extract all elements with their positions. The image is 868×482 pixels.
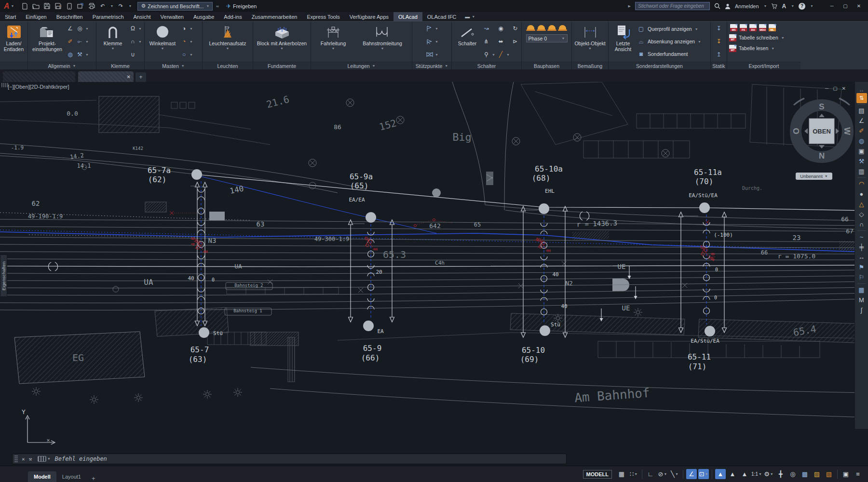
maximize-button[interactable]: ▢ [839,1,852,11]
minimize-button[interactable]: ─ [826,1,838,11]
status-menu-icon[interactable]: ≡ [853,469,863,479]
statik-zug-icon[interactable]: ↧ [715,25,723,32]
undo-icon[interactable]: ↶ [99,2,107,10]
print-icon[interactable] [88,2,95,10]
new-file-icon[interactable] [21,2,29,10]
objekt-objekt-button[interactable]: Objekt-Objekt ▼ [574,23,606,50]
panel-label-bauphasen[interactable]: Bauphasen [522,62,571,69]
phase-helmet-1-icon[interactable] [527,25,534,30]
named-view-dropdown[interactable]: Unbenannt▼ [796,173,832,180]
new-drawing-tab-button[interactable]: + [136,72,146,82]
tab-add-ins[interactable]: Add-ins [219,12,246,21]
status-grid-icon[interactable]: ▦ [616,469,627,479]
tab-olacad-ifc[interactable]: OLAcad IFC [422,12,461,21]
signin-chevron-icon[interactable]: ▼ [764,4,767,8]
right-toolbar-gitter-icon[interactable]: ▦ [856,285,867,295]
save-icon[interactable] [43,2,51,10]
status-annot-vis-icon[interactable]: ▲ [715,469,726,479]
right-toolbar-laden-icon[interactable]: ⇅ [856,93,867,103]
autocad-logo-icon[interactable]: A [4,2,10,11]
close-button[interactable]: ✕ [853,1,865,11]
tab-ausgabe[interactable]: Ausgabe [189,12,219,21]
status-isodraft-icon[interactable]: ╲▼ [669,469,680,479]
command-line[interactable]: ✕ ⚒ ▼ Befehl eingeben [12,454,567,464]
kreis-objekt-icon[interactable]: ◎ [76,25,84,32]
right-toolbar-gleis-icon[interactable]: ╪ [856,242,867,252]
statik-last-icon[interactable]: ↧ [715,38,723,45]
sonder-row-2[interactable]: ⌓Absenkung anzeigen▼ [637,37,701,46]
cmd-close-icon[interactable]: ✕ [22,456,25,462]
drawing-tab-inactive[interactable] [3,71,75,82]
fahrleitung-button[interactable]: Fahrleitung ▼ [316,23,350,50]
messlinie-icon[interactable]: ∠ [66,25,74,32]
tab-beschriften[interactable]: Beschriften [52,12,88,21]
panel-label-masten[interactable]: Masten▼ [145,62,202,69]
tab-olacad[interactable]: OLAcad [393,12,422,21]
status-crosshair-icon[interactable]: ╋ [775,469,786,479]
stuetzpunkt-fahne1-icon[interactable] [425,25,434,32]
cad-drawing[interactable]: 21.686152Big0.0-1.914.214.1K1426249-190-… [0,82,868,466]
right-toolbar-werkzeug-icon[interactable]: ⚒ [856,156,867,166]
phase-select[interactable]: Phase 0▼ [526,34,568,42]
plot-mobile-icon[interactable] [66,2,73,10]
right-toolbar-pinsel-icon[interactable]: ✐ [856,126,867,136]
save-as-icon[interactable] [54,2,62,10]
ribbon-display-toggle[interactable]: ▬▼ [461,12,479,21]
right-toolbar-grip-handle[interactable]: ⣀ [856,83,867,93]
viewcube[interactable]: OBEN S W N O [785,94,858,168]
right-toolbar-kette-icon[interactable]: ∫ [856,305,867,315]
share-button[interactable]: ✈ Freigeben [226,3,257,10]
redo-icon[interactable]: ↷ [117,2,124,10]
right-toolbar-klemme-icon[interactable]: ∩ [856,219,867,229]
right-toolbar-drucker-icon[interactable]: ▥ [856,166,867,176]
stuetzpunkt-fahne2-icon[interactable] [425,38,434,45]
help-icon[interactable]: ? [799,3,805,10]
status-settings-icon[interactable]: ⚙▼ [763,469,774,479]
search-input[interactable]: Stichwort oder Frage eingeben [635,2,710,10]
right-toolbar-mast-icon[interactable]: ● [856,189,867,199]
panel-label-klemme[interactable]: Klemme [96,62,144,69]
schalter-zug-icon[interactable]: ↝ [482,25,490,32]
cmd-chevron-icon[interactable]: ▼ [48,457,50,461]
statik-druck-icon[interactable]: ↥ [715,51,723,58]
cmd-grip-icon[interactable] [14,455,18,462]
panel-label-leuchten[interactable]: Leuchten [203,62,253,69]
cmd-keyboard-icon[interactable] [38,456,46,462]
welt-icon[interactable]: ◍ [66,51,74,58]
pinsel-icon[interactable]: ✐ [66,38,74,45]
tab-verwalten[interactable]: Verwalten [156,12,189,21]
tab-zusammenarbeiten[interactable]: Zusammenarbeiten [247,12,302,21]
right-toolbar-projekt-icon[interactable]: ▤ [856,106,867,116]
panel-label-sonder[interactable]: Sonderdarstellungen [609,62,710,69]
right-toolbar-linie-icon[interactable]: ∠ [856,116,867,126]
status-isolate-icon[interactable]: ◎ [787,469,798,479]
vp-close-icon[interactable]: ✕ [842,86,846,91]
right-toolbar-fahne-icon[interactable]: ⚑ [856,262,867,272]
layout-tab-layout1[interactable]: Layout1 [56,471,87,482]
klemme-button[interactable]: Klemme ▼ [98,23,127,50]
open-file-icon[interactable] [32,2,40,10]
panel-label-leitungen[interactable]: Leitungen▼ [311,62,412,69]
help-chevron-icon[interactable]: ▼ [810,4,814,8]
status-annot-scale-icon[interactable]: ▲ [739,469,750,479]
right-toolbar-bahnstrom-icon[interactable]: M [856,295,867,305]
tab-ansicht[interactable]: Ansicht [129,12,156,21]
right-toolbar-fahne2-icon[interactable]: ⚐ [856,272,867,282]
schalter-rund1-icon[interactable]: ◉ [497,25,505,32]
klemme-var3-icon[interactable]: ∪ [129,51,137,58]
status-osnap-icon[interactable]: ⊡▼ [698,469,709,479]
model-space-button[interactable]: MODELL [583,470,612,479]
status-annot-auto-icon[interactable]: ▲ [727,469,738,479]
status-fullscreen-icon[interactable]: ▣ [841,469,851,479]
export-ms-icon[interactable]: MS➜ [730,24,737,31]
klemme-var1-icon[interactable]: Ω [129,25,137,32]
export-fs-icon[interactable]: FS➜ [740,24,747,31]
panel-label-statik[interactable]: Statik [711,62,727,69]
transfer-icon[interactable] [77,2,84,10]
export-mdh-icon[interactable]: MDH➜ [759,24,766,31]
panel-label-allgemein[interactable]: Allgemein▼ [28,62,96,69]
sonder-row-1[interactable]: ▢Querprofil anzeigen▼ [637,24,701,34]
right-toolbar-block-icon[interactable]: ◇ [856,209,867,219]
app-chevron-icon[interactable]: ▼ [791,4,794,8]
schalter-dreh-icon[interactable]: ↻ [511,25,519,32]
